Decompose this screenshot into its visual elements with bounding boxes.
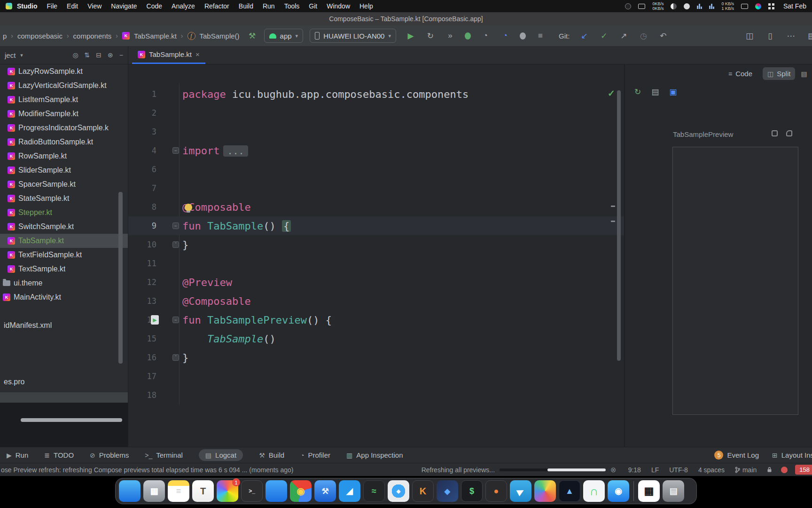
encoding-indicator[interactable]: UTF-8	[669, 466, 688, 474]
dock-icon-rocket-app[interactable]: ▲	[559, 480, 580, 502]
screen-record-icon[interactable]	[625, 3, 631, 9]
code-line[interactable]: 3	[128, 122, 624, 141]
git-commit-button[interactable]: ✓	[599, 31, 609, 41]
control-center-icon[interactable]	[768, 3, 774, 9]
expand-collapse-icon[interactable]: ⇅	[85, 51, 90, 59]
toolwindow-problems[interactable]: ⊘Problems	[90, 451, 129, 459]
stop-button[interactable]: ■	[535, 31, 546, 40]
line-separator-indicator[interactable]: LF	[651, 466, 659, 474]
status-message[interactable]: ose Preview refresh: refreshing Compose …	[1, 466, 417, 474]
code-line[interactable]: 8@Composable	[128, 198, 624, 216]
code-line[interactable]: 4import...	[128, 141, 624, 160]
breadcrumb-symbol[interactable]: TabSample()	[200, 32, 240, 40]
menu-help[interactable]: Help	[359, 2, 373, 10]
stats-bars-icon[interactable]	[697, 3, 702, 9]
toolwindow-profiler[interactable]: ◔Profiler	[300, 451, 330, 459]
network-speed-indicator[interactable]: 0KB/s0KB/s	[652, 1, 664, 11]
tree-item[interactable]: es.pro	[0, 375, 128, 389]
hardware-config-icon[interactable]: ▤	[651, 87, 659, 97]
code-line[interactable]: 7	[128, 179, 624, 198]
readonly-lock-icon[interactable]	[767, 467, 772, 473]
intention-lightbulb-icon[interactable]	[185, 204, 192, 211]
menu-git[interactable]: Git	[309, 2, 317, 10]
dock-icon-qr-window[interactable]: ▦	[638, 480, 660, 502]
status-menu-icon[interactable]	[684, 3, 690, 9]
profile-low-overhead-button[interactable]: ◔	[500, 31, 510, 40]
more-tools-icon[interactable]: ⋯	[786, 31, 796, 41]
history-button[interactable]: ◷	[638, 31, 648, 41]
dock-icon-texteditor[interactable]: T	[192, 480, 214, 502]
menu-refactor[interactable]: Refactor	[204, 2, 229, 10]
fold-end-marker-icon[interactable]: ˇ	[172, 354, 179, 361]
tree-item-selected[interactable]: KTabSample.kt	[0, 234, 128, 248]
dock-icon-chrome[interactable]: ◉	[290, 480, 312, 502]
cancel-progress-icon[interactable]: ⊗	[610, 466, 617, 474]
stats-bars-icon[interactable]	[709, 3, 714, 9]
menu-code[interactable]: Code	[147, 2, 162, 10]
refresh-preview-icon[interactable]: ↻	[634, 87, 641, 97]
tree-item[interactable]: KTextFieldSample.kt	[0, 248, 128, 262]
settings-gear-icon[interactable]: ⊛	[108, 51, 113, 59]
hide-panel-icon[interactable]: −	[119, 51, 123, 59]
run-configuration-selector[interactable]: app ▾	[264, 29, 304, 43]
breadcrumb-file[interactable]: TabSample.kt	[134, 32, 177, 40]
dock-icon-vscode[interactable]: ◢	[339, 480, 360, 502]
tree-item[interactable]: KSliderSample.kt	[0, 163, 128, 177]
tree-item[interactable]: KRadioButtonSample.kt	[0, 135, 128, 149]
menu-run[interactable]: Run	[263, 2, 275, 10]
project-tree-panel[interactable]: KLazyRowSample.kt KLazyVerticalGridSampl…	[0, 64, 128, 447]
run-button[interactable]: ▶	[406, 31, 416, 41]
project-panel-header[interactable]: ject ▾ ◎ ⇅ ⊟ ⊛ −	[0, 46, 128, 64]
dock-icon-telegram[interactable]: ▶	[510, 480, 531, 502]
menu-build[interactable]: Build	[239, 2, 253, 10]
tree-item[interactable]: KTextSample.kt	[0, 262, 128, 276]
toolwindow-layout-inspector[interactable]: ⊞Layout Ins	[772, 451, 812, 459]
code-line[interactable]: 16}	[128, 348, 624, 367]
android-studio-logo-icon[interactable]	[6, 3, 12, 9]
layout-inspector-icon[interactable]: ◫	[744, 31, 755, 41]
tree-item[interactable]: KModifierSample.kt	[0, 107, 128, 121]
toolwindow-logcat[interactable]: ▤Logcat	[199, 449, 243, 461]
code-line[interactable]: 1package icu.bughub.app.composebasic.com…	[128, 85, 624, 103]
dock-icon-terminal[interactable]: >_	[241, 480, 263, 502]
git-update-button[interactable]: ↙	[579, 31, 589, 41]
dock-icon-shell-app[interactable]: $	[461, 480, 483, 502]
project-panel-title[interactable]: ject	[5, 51, 16, 59]
menu-view[interactable]: View	[87, 2, 102, 10]
fold-marker-icon[interactable]: −	[172, 147, 179, 154]
rollback-button[interactable]: ↶	[658, 31, 668, 41]
code-line[interactable]: 18	[128, 386, 624, 405]
dock-icon-navy-app[interactable]: ◆	[437, 480, 458, 502]
dock-icon-k-app[interactable]: K	[412, 480, 434, 502]
device-manager-icon[interactable]: ▯	[765, 31, 775, 41]
breadcrumb-package[interactable]: components	[73, 32, 112, 40]
dock-icon-activity-monitor[interactable]: ≈	[363, 480, 385, 502]
network-speed-indicator[interactable]: 0 KB/s1 KB/s	[721, 1, 734, 11]
siri-icon[interactable]	[755, 3, 761, 9]
code-line[interactable]: 14fun TabSamplePreview() {	[128, 310, 624, 329]
tree-item[interactable]: KMainActivity.kt	[0, 290, 128, 304]
git-push-button[interactable]: ↗	[618, 31, 629, 41]
git-branch-indicator[interactable]: main	[735, 466, 757, 474]
display-icon[interactable]	[638, 4, 645, 9]
tree-item[interactable]: KStateSample.kt	[0, 191, 128, 206]
tree-item[interactable]: KListItemSample.kt	[0, 93, 128, 107]
inspections-ok-icon[interactable]: ✓	[608, 88, 615, 99]
caret-position[interactable]: 9:18	[628, 466, 641, 474]
code-line[interactable]: 10}	[128, 235, 624, 254]
toolwindow-build[interactable]: ⚒Build	[259, 451, 284, 459]
folded-imports-chip[interactable]: ...	[223, 145, 248, 157]
build-hammer-icon[interactable]: ⚒	[247, 31, 258, 41]
run-preview-gutter-icon[interactable]: ▶	[151, 315, 159, 325]
breadcrumb-root[interactable]: p	[3, 32, 7, 40]
locate-file-icon[interactable]: ◎	[72, 51, 78, 59]
fold-marker-icon[interactable]: −	[172, 222, 179, 229]
fatal-error-icon[interactable]	[781, 467, 788, 473]
toolwindow-run[interactable]: ▶Run	[7, 451, 28, 459]
breadcrumb-package[interactable]: composebasic	[17, 32, 62, 40]
tree-item[interactable]: ui.theme	[0, 276, 128, 290]
toolwindow-event-log[interactable]: 5Event Log	[714, 451, 759, 460]
tree-item[interactable]: KStepper.kt	[0, 206, 128, 220]
open-preview-icon[interactable]	[786, 130, 792, 136]
code-view-button[interactable]: ≡Code	[724, 67, 757, 80]
